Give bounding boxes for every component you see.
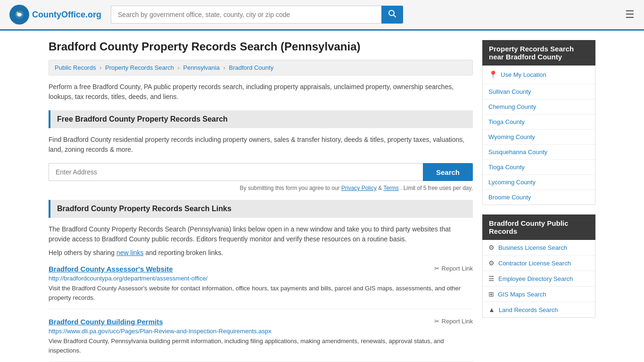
record-url-assessor[interactable]: http://bradfordcountypa.org/department/a… xyxy=(49,275,473,282)
gear-icon-business: ⚙ xyxy=(488,244,495,251)
svg-line-5 xyxy=(394,15,396,17)
new-links-anchor[interactable]: new links xyxy=(116,249,144,256)
report-link-btn-assessor[interactable]: ✂ Report Link xyxy=(434,265,473,272)
svg-point-3 xyxy=(17,12,18,14)
main-container: Bradford County Property Records Search … xyxy=(39,31,605,362)
sidebar-item-gis-maps[interactable]: ⊞ GIS Maps Search xyxy=(483,287,595,302)
header: CountyOffice.org ☰ xyxy=(0,0,644,31)
page-description: Perform a free Bradford County, PA publi… xyxy=(49,82,473,102)
sidebar-public-records-section: Bradford County Public Records ⚙ Busines… xyxy=(482,214,595,318)
sidebar-public-records-body: ⚙ Business License Search ⚙ Contractor L… xyxy=(482,240,595,318)
hamburger-menu-button[interactable]: ☰ xyxy=(625,8,635,21)
privacy-policy-link[interactable]: Privacy Policy xyxy=(341,185,377,191)
list-icon-employee: ☰ xyxy=(488,275,495,282)
record-title-assessor[interactable]: Bradford County Assessor's Website xyxy=(49,265,173,273)
sidebar: Property Records Search near Bradford Co… xyxy=(482,40,595,362)
contractor-license-link[interactable]: Contractor License Search xyxy=(498,260,571,267)
record-item-building-permits: Bradford County Building Permits ✂ Repor… xyxy=(49,318,473,362)
header-search-input[interactable] xyxy=(111,6,381,24)
search-button[interactable]: Search xyxy=(423,163,473,181)
new-links-text: Help others by sharing new links and rep… xyxy=(49,249,473,256)
terms-link[interactable]: Terms xyxy=(383,185,399,191)
land-records-link[interactable]: Land Records Search xyxy=(499,306,558,313)
sidebar-nearby-header: Property Records Search near Bradford Co… xyxy=(482,40,595,66)
use-my-location-link[interactable]: Use My Location xyxy=(501,71,546,78)
page-title: Bradford County Property Records Search … xyxy=(49,40,473,53)
record-item-header-2: Bradford County Building Permits ✂ Repor… xyxy=(49,318,473,326)
form-disclaimer: By submitting this form you agree to our… xyxy=(49,185,473,191)
sidebar-item-sullivan[interactable]: Sullivan County xyxy=(483,84,595,99)
record-item-header: Bradford County Assessor's Website ✂ Rep… xyxy=(49,265,473,273)
sidebar-item-tioga-2[interactable]: Tioga County xyxy=(483,160,595,175)
employee-directory-link[interactable]: Employee Directory Search xyxy=(498,275,573,282)
sidebar-item-tioga-1[interactable]: Tioga County xyxy=(483,115,595,130)
business-license-link[interactable]: Business License Search xyxy=(498,244,567,251)
gear-icon-contractor: ⚙ xyxy=(488,259,495,267)
scissors-icon: ✂ xyxy=(434,265,439,272)
address-input[interactable] xyxy=(49,163,423,181)
address-search-form: Search xyxy=(49,163,473,181)
sidebar-item-business-license[interactable]: ⚙ Business License Search xyxy=(483,240,595,255)
header-search-button[interactable] xyxy=(381,6,403,24)
logo-text: CountyOffice.org xyxy=(32,10,101,20)
sidebar-public-records-header: Bradford County Public Records xyxy=(482,214,595,240)
sidebar-nearby-section: Property Records Search near Bradford Co… xyxy=(482,40,595,205)
content-area: Bradford County Property Records Search … xyxy=(49,40,473,362)
breadcrumb-pennsylvania[interactable]: Pennsylvania xyxy=(183,64,220,71)
map-icon-gis: ⊞ xyxy=(488,290,494,298)
sidebar-item-susquehanna[interactable]: Susquehanna County xyxy=(483,145,595,160)
record-desc-building-permits: View Bradford County, Pennsylvania build… xyxy=(49,337,473,355)
free-search-description: Find Bradford County residential propert… xyxy=(49,135,473,155)
sidebar-item-contractor-license[interactable]: ⚙ Contractor License Search xyxy=(483,255,595,271)
record-title-building-permits[interactable]: Bradford County Building Permits xyxy=(49,318,163,326)
record-url-building-permits[interactable]: https://www.dli.pa.gov/ucc/Pages/Plan-Re… xyxy=(49,328,473,335)
use-my-location-item[interactable]: 📍 Use My Location xyxy=(483,66,595,84)
sidebar-item-broome[interactable]: Broome County xyxy=(483,190,595,205)
sidebar-item-employee-directory[interactable]: ☰ Employee Directory Search xyxy=(483,271,595,287)
logo-link[interactable]: CountyOffice.org xyxy=(9,5,101,25)
breadcrumb-property-records-search[interactable]: Property Records Search xyxy=(105,64,174,71)
location-icon: 📍 xyxy=(488,70,498,79)
sidebar-item-chemung[interactable]: Chemung County xyxy=(483,99,595,115)
links-description: The Bradford County Property Records Sea… xyxy=(49,224,473,244)
free-search-section-header: Free Bradford County Property Records Se… xyxy=(49,110,473,128)
breadcrumb: Public Records › Property Records Search… xyxy=(49,60,473,75)
logo-icon xyxy=(9,5,29,25)
sidebar-item-land-records[interactable]: ▲ Land Records Search xyxy=(483,302,595,317)
links-section-header: Bradford County Property Records Search … xyxy=(49,200,473,218)
sidebar-nearby-body: 📍 Use My Location Sullivan County Chemun… xyxy=(482,66,595,205)
breadcrumb-bradford-county[interactable]: Bradford County xyxy=(229,64,274,71)
sidebar-item-lycoming[interactable]: Lycoming County xyxy=(483,175,595,190)
record-desc-assessor: Visit the Bradford County Assessor's web… xyxy=(49,284,473,302)
sidebar-item-wyoming[interactable]: Wyoming County xyxy=(483,130,595,145)
gis-maps-link[interactable]: GIS Maps Search xyxy=(498,291,546,298)
report-link-btn-building-permits[interactable]: ✂ Report Link xyxy=(434,318,473,325)
mountain-icon-land: ▲ xyxy=(488,306,495,313)
breadcrumb-public-records[interactable]: Public Records xyxy=(55,64,96,71)
scissors-icon-2: ✂ xyxy=(434,318,439,325)
record-item-assessor: Bradford County Assessor's Website ✂ Rep… xyxy=(49,265,473,309)
header-search-container xyxy=(111,6,403,24)
